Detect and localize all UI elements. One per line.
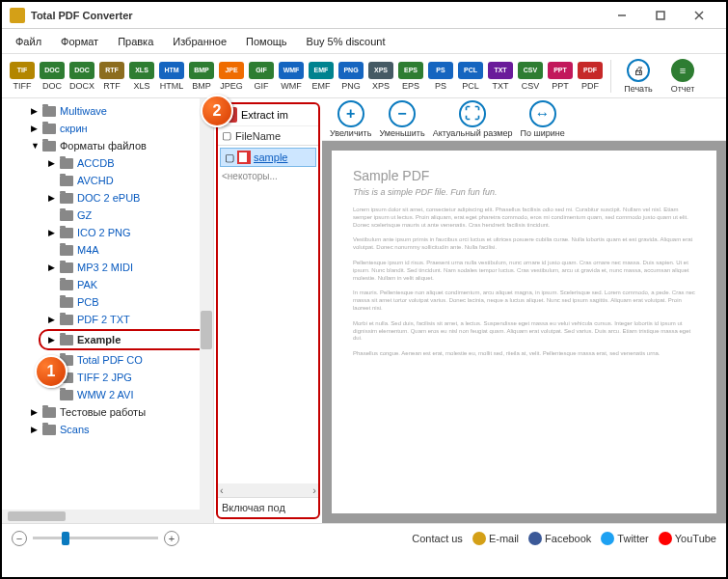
tree-item-gz[interactable]: GZ [10, 207, 213, 224]
format-emf-button[interactable]: EMFEMF [307, 62, 336, 91]
menu--[interactable]: Формат [53, 33, 106, 50]
format-xls-button[interactable]: XLSXLS [127, 62, 156, 91]
zoom-plus-button[interactable]: + [164, 531, 179, 546]
close-button[interactable] [680, 4, 718, 27]
extract-images-label[interactable]: Extract im [241, 109, 288, 121]
youtube-icon [659, 532, 672, 545]
xls-icon: XLS [129, 62, 154, 79]
rtf-icon: RTF [99, 62, 124, 79]
pdf-subtitle: This is a simple PDF file. Fun fun fun. [353, 187, 695, 197]
pdf-preview[interactable]: Sample PDF This is a simple PDF file. Fu… [322, 141, 726, 523]
ps-icon: PS [428, 62, 453, 79]
format-pcl-button[interactable]: PCLPCL [456, 62, 485, 91]
svg-rect-1 [657, 12, 664, 19]
contact-link[interactable]: Contact us [412, 533, 463, 544]
tiff-icon: TIF [10, 62, 35, 79]
format-txt-button[interactable]: TXTTXT [486, 62, 515, 91]
fit-width-icon: ↔ [529, 100, 556, 127]
titlebar: Total PDF Converter [2, 2, 726, 29]
format-xps-button[interactable]: XPSXPS [366, 62, 395, 91]
tree-item--[interactable]: ▼Форматы файлов [10, 137, 213, 154]
fit-width-button[interactable]: ↔По ширине [520, 100, 564, 138]
print-button[interactable]: 🖨 Печать [617, 59, 660, 94]
wmf-icon: WMF [279, 62, 304, 79]
report-icon: ≡ [671, 59, 694, 82]
actual-size-button[interactable]: ⛶Актуальный размер [433, 100, 513, 138]
tree-item-pak[interactable]: PAK [10, 276, 213, 293]
tree-item--[interactable]: ▶Тестовые работы [10, 403, 213, 421]
menu--[interactable]: Избранное [165, 33, 234, 50]
format-gif-button[interactable]: GIFGIF [247, 62, 276, 91]
txt-icon: TXT [488, 62, 513, 79]
folder-icon [60, 390, 73, 400]
folder-icon [60, 315, 73, 325]
maximize-button[interactable] [641, 4, 680, 27]
folder-icon [60, 158, 73, 169]
minimize-button[interactable] [603, 4, 641, 27]
zoom-out-button[interactable]: −Уменьшить [379, 100, 424, 138]
facebook-link[interactable]: Facebook [528, 532, 591, 545]
folder-icon [60, 210, 73, 221]
file-row-sample[interactable]: ▢ sample [220, 148, 316, 167]
window-title: Total PDF Converter [31, 10, 603, 21]
folder-icon [42, 141, 56, 152]
menu--[interactable]: Помощь [238, 33, 295, 50]
doc-icon: DOC [40, 62, 65, 79]
include-subfolders[interactable]: Включая под [218, 497, 318, 517]
format-wmf-button[interactable]: WMFWMF [277, 62, 306, 91]
format-doc-button[interactable]: DOCDOC [38, 62, 67, 91]
format-tiff-button[interactable]: TIFTIFF [8, 62, 37, 91]
format-csv-button[interactable]: CSVCSV [516, 62, 545, 91]
gif-icon: GIF [249, 62, 274, 79]
csv-icon: CSV [518, 62, 543, 79]
zoom-slider[interactable] [33, 537, 158, 539]
tree-item-avchd[interactable]: AVCHD [10, 172, 213, 189]
html-icon: HTM [159, 62, 184, 79]
jpeg-icon: JPE [219, 62, 244, 79]
filepane-hscroll[interactable]: ‹› [218, 483, 318, 497]
tree-item-wmw-2-avi[interactable]: WMW 2 AVI [10, 386, 213, 403]
format-rtf-button[interactable]: RTFRTF [97, 62, 126, 91]
sidebar-hscroll[interactable] [2, 510, 200, 523]
tree-item--[interactable]: ▶скрин [10, 120, 213, 137]
tree-item-doc-2-epub[interactable]: ▶DOC 2 ePUB [10, 189, 213, 207]
tree-item-mp3-2-midi[interactable]: ▶MP3 2 MIDI [10, 259, 213, 276]
zoom-minus-button[interactable]: − [12, 531, 27, 546]
twitter-link[interactable]: Twitter [601, 532, 648, 545]
format-png-button[interactable]: PNGPNG [337, 62, 365, 91]
filename-column-header[interactable]: FileName [235, 130, 281, 142]
tree-item-pdf-2-txt[interactable]: ▶PDF 2 TXT [10, 311, 213, 328]
menu--[interactable]: Правка [110, 33, 161, 50]
tree-item-m4a[interactable]: M4A [10, 241, 213, 259]
zoom-in-button[interactable]: +Увеличить [330, 100, 371, 138]
pdf-file-icon [237, 151, 251, 164]
format-jpeg-button[interactable]: JPEJPEG [217, 62, 246, 91]
tree-item-example[interactable]: ▶Example [39, 329, 209, 350]
file-list-pane: 2 Extract im ▢ FileName ▢ sample <некото… [216, 102, 320, 519]
tree-item-ico-2-png[interactable]: ▶ICO 2 PNG [10, 224, 213, 241]
format-html-button[interactable]: HTMHTML [157, 62, 186, 91]
format-eps-button[interactable]: EPSEPS [396, 62, 425, 91]
folder-icon [60, 280, 73, 290]
menu--[interactable]: Файл [8, 33, 49, 50]
format-docx-button[interactable]: DOCDOCX [67, 62, 96, 91]
format-ppt-button[interactable]: PPTPPT [546, 62, 575, 91]
tree-item-pcb[interactable]: PCB [10, 293, 213, 311]
folder-icon [42, 124, 56, 134]
report-button[interactable]: ≡ Отчет [661, 59, 704, 94]
format-toolbar: TIFTIFFDOCDOCDOCDOCXRTFRTFXLSXLSHTMHTMLB… [2, 54, 726, 98]
menu-buy-5-discount[interactable]: Buy 5% discount [299, 33, 393, 50]
sidebar-vscroll[interactable] [200, 98, 213, 523]
folder-icon [60, 262, 73, 273]
app-icon [10, 8, 25, 23]
tree-item-accdb[interactable]: ▶ACCDB [10, 154, 213, 172]
tree-item-scans[interactable]: ▶Scans [10, 421, 213, 438]
pdf-title: Sample PDF [353, 168, 695, 183]
format-bmp-button[interactable]: BMPBMP [187, 62, 216, 91]
format-pdf-button[interactable]: PDFPDF [576, 62, 605, 91]
email-link[interactable]: E-mail [472, 532, 519, 545]
format-ps-button[interactable]: PSPS [426, 62, 455, 91]
annotation-2: 2 [201, 95, 233, 127]
youtube-link[interactable]: YouTube [659, 532, 716, 545]
tree-item-multiwave[interactable]: ▶Multiwave [10, 102, 213, 120]
